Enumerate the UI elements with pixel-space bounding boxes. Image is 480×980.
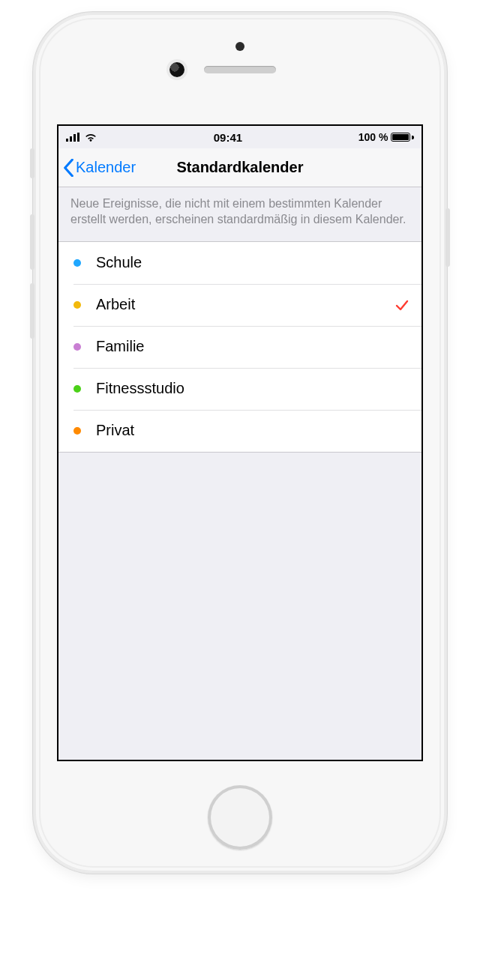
screen: 09:41 100 % Kalender Standardkalender Ne… xyxy=(57,124,423,761)
earpiece-speaker xyxy=(204,66,276,73)
calendar-row[interactable]: Schule xyxy=(58,242,422,284)
battery-percent: 100 % xyxy=(358,131,388,143)
calendar-label: Familie xyxy=(96,338,410,355)
home-button[interactable] xyxy=(208,785,272,850)
calendar-label: Privat xyxy=(96,422,410,439)
back-button[interactable]: Kalender xyxy=(63,148,136,187)
status-bar: 09:41 100 % xyxy=(58,126,422,148)
calendar-color-dot xyxy=(74,301,81,309)
cellular-signal-icon xyxy=(66,133,80,142)
back-label: Kalender xyxy=(76,159,136,176)
calendar-row[interactable]: Fitnessstudio xyxy=(58,368,422,410)
navigation-bar: Kalender Standardkalender xyxy=(58,148,422,187)
wifi-icon xyxy=(84,133,98,142)
mute-switch xyxy=(30,148,34,178)
page-title: Standardkalender xyxy=(177,159,304,176)
chevron-left-icon xyxy=(63,159,74,177)
volume-up-button xyxy=(30,214,34,270)
calendar-list: SchuleArbeitFamilieFitnessstudioPrivat xyxy=(58,241,422,453)
calendar-label: Schule xyxy=(96,254,410,271)
calendar-row[interactable]: Arbeit xyxy=(58,284,422,326)
calendar-color-dot xyxy=(74,343,81,351)
calendar-row[interactable]: Privat xyxy=(58,410,422,452)
calendar-color-dot xyxy=(74,427,81,435)
volume-down-button xyxy=(30,283,34,339)
front-camera xyxy=(170,62,184,77)
section-description: Neue Ereignisse, die nicht mit einem bes… xyxy=(58,187,422,241)
power-button xyxy=(446,208,450,267)
calendar-color-dot xyxy=(74,259,81,267)
phone-frame: 09:41 100 % Kalender Standardkalender Ne… xyxy=(34,13,446,872)
status-time: 09:41 xyxy=(214,131,242,144)
calendar-color-dot xyxy=(74,385,81,393)
checkmark-icon xyxy=(394,297,410,312)
calendar-label: Arbeit xyxy=(96,296,394,313)
calendar-label: Fitnessstudio xyxy=(96,380,410,397)
proximity-sensor xyxy=(236,42,244,51)
status-right: 100 % xyxy=(358,131,414,143)
status-left xyxy=(66,133,98,142)
battery-icon xyxy=(391,133,414,142)
calendar-row[interactable]: Familie xyxy=(58,326,422,368)
empty-area xyxy=(58,453,422,760)
